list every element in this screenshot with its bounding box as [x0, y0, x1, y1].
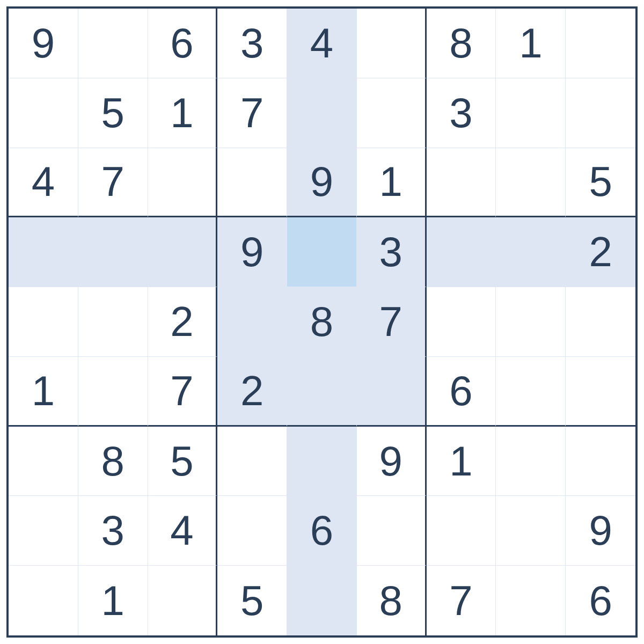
cell-r7-c6[interactable]: [427, 496, 496, 566]
cell-r7-c5[interactable]: [357, 496, 427, 566]
cell-r8-c6[interactable]: 7: [427, 566, 496, 635]
cell-r6-c0[interactable]: [9, 427, 78, 496]
cell-r1-c3[interactable]: 7: [217, 78, 287, 148]
cell-r5-c5[interactable]: [357, 357, 427, 427]
cell-r2-c5[interactable]: 1: [357, 148, 427, 218]
cell-r2-c0[interactable]: 4: [9, 148, 78, 218]
cell-r4-c3[interactable]: [217, 287, 287, 357]
cell-r0-c7[interactable]: 1: [496, 9, 566, 78]
cell-r0-c6[interactable]: 8: [427, 9, 496, 78]
cell-r0-c1[interactable]: [78, 9, 148, 78]
cell-r8-c0[interactable]: [9, 566, 78, 635]
cell-r5-c4[interactable]: [287, 357, 357, 427]
cell-r0-c4[interactable]: 4: [287, 9, 357, 78]
cell-r4-c4[interactable]: 8: [287, 287, 357, 357]
cell-r6-c2[interactable]: 5: [148, 427, 218, 496]
cell-r0-c2[interactable]: 6: [148, 9, 218, 78]
cell-r4-c1[interactable]: [78, 287, 148, 357]
cell-r6-c3[interactable]: [217, 427, 287, 496]
cell-r8-c7[interactable]: [496, 566, 566, 635]
cell-r2-c7[interactable]: [496, 148, 566, 218]
cell-r4-c7[interactable]: [496, 287, 566, 357]
cell-r3-c5[interactable]: 3: [357, 217, 427, 287]
cell-r2-c6[interactable]: [427, 148, 496, 218]
cell-r3-c4[interactable]: [287, 217, 357, 287]
cell-r6-c5[interactable]: 9: [357, 427, 427, 496]
cell-r5-c1[interactable]: [78, 357, 148, 427]
cell-r2-c1[interactable]: 7: [78, 148, 148, 218]
cell-r6-c4[interactable]: [287, 427, 357, 496]
cell-r5-c0[interactable]: 1: [9, 357, 78, 427]
cell-r0-c0[interactable]: 9: [9, 9, 78, 78]
sudoku-board: 96348151734791593228717268591346915876: [6, 6, 638, 638]
cell-r7-c4[interactable]: 6: [287, 496, 357, 566]
cell-r1-c4[interactable]: [287, 78, 357, 148]
cell-r8-c4[interactable]: [287, 566, 357, 635]
cell-r1-c2[interactable]: 1: [148, 78, 218, 148]
cell-r2-c4[interactable]: 9: [287, 148, 357, 218]
cell-r1-c6[interactable]: 3: [427, 78, 496, 148]
cell-r2-c8[interactable]: 5: [566, 148, 635, 218]
cell-r5-c8[interactable]: [566, 357, 635, 427]
cell-r7-c8[interactable]: 9: [566, 496, 635, 566]
cell-r8-c3[interactable]: 5: [217, 566, 287, 635]
cell-r8-c8[interactable]: 6: [566, 566, 635, 635]
cell-r4-c2[interactable]: 2: [148, 287, 218, 357]
cell-r0-c8[interactable]: [566, 9, 635, 78]
cell-r7-c3[interactable]: [217, 496, 287, 566]
cell-r2-c2[interactable]: [148, 148, 218, 218]
cell-r3-c7[interactable]: [496, 217, 566, 287]
cell-r8-c5[interactable]: 8: [357, 566, 427, 635]
cell-r2-c3[interactable]: [217, 148, 287, 218]
cell-r3-c2[interactable]: [148, 217, 218, 287]
cell-r1-c1[interactable]: 5: [78, 78, 148, 148]
cell-r4-c0[interactable]: [9, 287, 78, 357]
cell-r0-c5[interactable]: [357, 9, 427, 78]
cell-r5-c7[interactable]: [496, 357, 566, 427]
cell-r1-c5[interactable]: [357, 78, 427, 148]
cell-r8-c2[interactable]: [148, 566, 218, 635]
cell-r7-c7[interactable]: [496, 496, 566, 566]
cell-r3-c3[interactable]: 9: [217, 217, 287, 287]
cell-r6-c8[interactable]: [566, 427, 635, 496]
cell-r7-c1[interactable]: 3: [78, 496, 148, 566]
cell-r1-c7[interactable]: [496, 78, 566, 148]
cell-r7-c0[interactable]: [9, 496, 78, 566]
cell-r6-c6[interactable]: 1: [427, 427, 496, 496]
cell-r1-c8[interactable]: [566, 78, 635, 148]
cell-r7-c2[interactable]: 4: [148, 496, 218, 566]
cell-r3-c6[interactable]: [427, 217, 496, 287]
cell-r3-c8[interactable]: 2: [566, 217, 635, 287]
cell-r4-c8[interactable]: [566, 287, 635, 357]
cell-r5-c6[interactable]: 6: [427, 357, 496, 427]
cell-r4-c5[interactable]: 7: [357, 287, 427, 357]
cell-r0-c3[interactable]: 3: [217, 9, 287, 78]
cell-r1-c0[interactable]: [9, 78, 78, 148]
cell-r8-c1[interactable]: 1: [78, 566, 148, 635]
cell-r4-c6[interactable]: [427, 287, 496, 357]
cell-r3-c0[interactable]: [9, 217, 78, 287]
cell-r5-c2[interactable]: 7: [148, 357, 218, 427]
cell-r3-c1[interactable]: [78, 217, 148, 287]
cell-r5-c3[interactable]: 2: [217, 357, 287, 427]
cell-r6-c1[interactable]: 8: [78, 427, 148, 496]
cell-r6-c7[interactable]: [496, 427, 566, 496]
